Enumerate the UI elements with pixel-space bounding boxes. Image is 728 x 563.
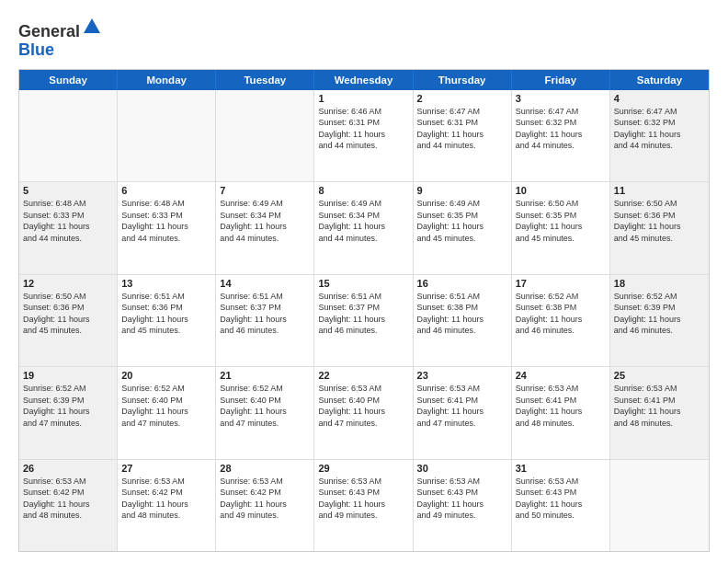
calendar-body: 1Sunrise: 6:46 AM Sunset: 6:31 PM Daylig…	[19, 90, 709, 551]
cell-info: Sunrise: 6:47 AM Sunset: 6:32 PM Dayligh…	[516, 106, 606, 152]
day-number: 1	[318, 93, 408, 104]
calendar-cell: 14Sunrise: 6:51 AM Sunset: 6:37 PM Dayli…	[216, 275, 314, 366]
day-number: 30	[417, 463, 507, 474]
cell-info: Sunrise: 6:50 AM Sunset: 6:35 PM Dayligh…	[516, 198, 606, 244]
calendar-cell: 25Sunrise: 6:53 AM Sunset: 6:41 PM Dayli…	[610, 367, 709, 458]
calendar-cell: 6Sunrise: 6:48 AM Sunset: 6:33 PM Daylig…	[118, 182, 216, 273]
calendar-cell: 18Sunrise: 6:52 AM Sunset: 6:39 PM Dayli…	[610, 275, 709, 366]
calendar-cell: 29Sunrise: 6:53 AM Sunset: 6:43 PM Dayli…	[314, 460, 413, 551]
cell-info: Sunrise: 6:53 AM Sunset: 6:43 PM Dayligh…	[318, 476, 408, 522]
day-number: 18	[614, 278, 705, 289]
cell-info: Sunrise: 6:53 AM Sunset: 6:41 PM Dayligh…	[516, 383, 606, 429]
calendar-cell: 4Sunrise: 6:47 AM Sunset: 6:32 PM Daylig…	[610, 90, 709, 181]
logo-general-text: General	[18, 22, 80, 40]
day-number: 20	[121, 370, 211, 381]
calendar-cell: 26Sunrise: 6:53 AM Sunset: 6:42 PM Dayli…	[19, 460, 118, 551]
weekday-header-thursday: Thursday	[414, 70, 512, 90]
day-number: 9	[417, 185, 507, 196]
calendar-cell: 13Sunrise: 6:51 AM Sunset: 6:36 PM Dayli…	[118, 275, 216, 366]
logo-blue-text: Blue	[18, 40, 54, 59]
calendar-cell: 30Sunrise: 6:53 AM Sunset: 6:43 PM Dayli…	[414, 460, 512, 551]
calendar-cell: 28Sunrise: 6:53 AM Sunset: 6:42 PM Dayli…	[216, 460, 314, 551]
day-number: 23	[417, 370, 507, 381]
calendar-cell: 19Sunrise: 6:52 AM Sunset: 6:39 PM Dayli…	[19, 367, 118, 458]
day-number: 10	[516, 185, 606, 196]
day-number: 25	[614, 370, 705, 381]
calendar-row-2: 12Sunrise: 6:50 AM Sunset: 6:36 PM Dayli…	[19, 274, 709, 366]
day-number: 16	[417, 278, 507, 289]
cell-info: Sunrise: 6:53 AM Sunset: 6:43 PM Dayligh…	[417, 476, 507, 522]
cell-info: Sunrise: 6:52 AM Sunset: 6:39 PM Dayligh…	[614, 291, 705, 337]
cell-info: Sunrise: 6:51 AM Sunset: 6:38 PM Dayligh…	[417, 291, 507, 337]
weekday-header-tuesday: Tuesday	[216, 70, 314, 90]
day-number: 29	[318, 463, 408, 474]
calendar-cell: 15Sunrise: 6:51 AM Sunset: 6:37 PM Dayli…	[314, 275, 413, 366]
day-number: 27	[121, 463, 211, 474]
calendar-cell	[216, 90, 314, 181]
cell-info: Sunrise: 6:52 AM Sunset: 6:39 PM Dayligh…	[23, 383, 113, 429]
day-number: 6	[121, 185, 211, 196]
cell-info: Sunrise: 6:48 AM Sunset: 6:33 PM Dayligh…	[121, 198, 211, 244]
calendar-cell: 12Sunrise: 6:50 AM Sunset: 6:36 PM Dayli…	[19, 275, 118, 366]
day-number: 13	[121, 278, 211, 289]
header: General Blue	[18, 17, 710, 60]
calendar-cell: 16Sunrise: 6:51 AM Sunset: 6:38 PM Dayli…	[414, 275, 512, 366]
cell-info: Sunrise: 6:53 AM Sunset: 6:41 PM Dayligh…	[417, 383, 507, 429]
day-number: 7	[220, 185, 310, 196]
cell-info: Sunrise: 6:49 AM Sunset: 6:34 PM Dayligh…	[220, 198, 310, 244]
calendar-row-3: 19Sunrise: 6:52 AM Sunset: 6:39 PM Dayli…	[19, 366, 709, 458]
cell-info: Sunrise: 6:52 AM Sunset: 6:38 PM Dayligh…	[516, 291, 606, 337]
cell-info: Sunrise: 6:49 AM Sunset: 6:35 PM Dayligh…	[417, 198, 507, 244]
cell-info: Sunrise: 6:47 AM Sunset: 6:32 PM Dayligh…	[614, 106, 705, 152]
day-number: 11	[614, 185, 705, 196]
day-number: 14	[220, 278, 310, 289]
cell-info: Sunrise: 6:53 AM Sunset: 6:40 PM Dayligh…	[318, 383, 408, 429]
day-number: 19	[23, 370, 113, 381]
calendar-cell	[118, 90, 216, 181]
calendar-cell: 17Sunrise: 6:52 AM Sunset: 6:38 PM Dayli…	[512, 275, 610, 366]
cell-info: Sunrise: 6:53 AM Sunset: 6:43 PM Dayligh…	[516, 476, 606, 522]
logo: General Blue	[18, 17, 102, 60]
logo-icon	[82, 17, 102, 37]
day-number: 31	[516, 463, 606, 474]
calendar-row-0: 1Sunrise: 6:46 AM Sunset: 6:31 PM Daylig…	[19, 90, 709, 181]
calendar-row-1: 5Sunrise: 6:48 AM Sunset: 6:33 PM Daylig…	[19, 181, 709, 273]
page: General Blue SundayMondayTuesdayWednesda…	[0, 0, 728, 563]
cell-info: Sunrise: 6:52 AM Sunset: 6:40 PM Dayligh…	[220, 383, 310, 429]
calendar-cell: 31Sunrise: 6:53 AM Sunset: 6:43 PM Dayli…	[512, 460, 610, 551]
cell-info: Sunrise: 6:53 AM Sunset: 6:42 PM Dayligh…	[23, 476, 113, 522]
cell-info: Sunrise: 6:50 AM Sunset: 6:36 PM Dayligh…	[23, 291, 113, 337]
day-number: 5	[23, 185, 113, 196]
cell-info: Sunrise: 6:51 AM Sunset: 6:37 PM Dayligh…	[318, 291, 408, 337]
svg-marker-0	[84, 18, 100, 33]
day-number: 24	[516, 370, 606, 381]
calendar-cell: 2Sunrise: 6:47 AM Sunset: 6:31 PM Daylig…	[414, 90, 512, 181]
cell-info: Sunrise: 6:53 AM Sunset: 6:42 PM Dayligh…	[121, 476, 211, 522]
weekday-header-saturday: Saturday	[610, 70, 709, 90]
cell-info: Sunrise: 6:53 AM Sunset: 6:41 PM Dayligh…	[614, 383, 705, 429]
calendar: SundayMondayTuesdayWednesdayThursdayFrid…	[18, 69, 710, 552]
calendar-cell	[610, 460, 709, 551]
calendar-cell: 1Sunrise: 6:46 AM Sunset: 6:31 PM Daylig…	[314, 90, 413, 181]
day-number: 22	[318, 370, 408, 381]
cell-info: Sunrise: 6:53 AM Sunset: 6:42 PM Dayligh…	[220, 476, 310, 522]
day-number: 17	[516, 278, 606, 289]
day-number: 21	[220, 370, 310, 381]
calendar-cell: 27Sunrise: 6:53 AM Sunset: 6:42 PM Dayli…	[118, 460, 216, 551]
calendar-cell: 21Sunrise: 6:52 AM Sunset: 6:40 PM Dayli…	[216, 367, 314, 458]
cell-info: Sunrise: 6:52 AM Sunset: 6:40 PM Dayligh…	[121, 383, 211, 429]
day-number: 15	[318, 278, 408, 289]
calendar-cell: 7Sunrise: 6:49 AM Sunset: 6:34 PM Daylig…	[216, 182, 314, 273]
calendar-cell: 22Sunrise: 6:53 AM Sunset: 6:40 PM Dayli…	[314, 367, 413, 458]
cell-info: Sunrise: 6:48 AM Sunset: 6:33 PM Dayligh…	[23, 198, 113, 244]
calendar-cell: 23Sunrise: 6:53 AM Sunset: 6:41 PM Dayli…	[414, 367, 512, 458]
day-number: 12	[23, 278, 113, 289]
day-number: 8	[318, 185, 408, 196]
calendar-cell: 20Sunrise: 6:52 AM Sunset: 6:40 PM Dayli…	[118, 367, 216, 458]
calendar-cell: 11Sunrise: 6:50 AM Sunset: 6:36 PM Dayli…	[610, 182, 709, 273]
calendar-cell: 24Sunrise: 6:53 AM Sunset: 6:41 PM Dayli…	[512, 367, 610, 458]
day-number: 3	[516, 93, 606, 104]
day-number: 2	[417, 93, 507, 104]
weekday-header-wednesday: Wednesday	[314, 70, 413, 90]
calendar-cell: 3Sunrise: 6:47 AM Sunset: 6:32 PM Daylig…	[512, 90, 610, 181]
